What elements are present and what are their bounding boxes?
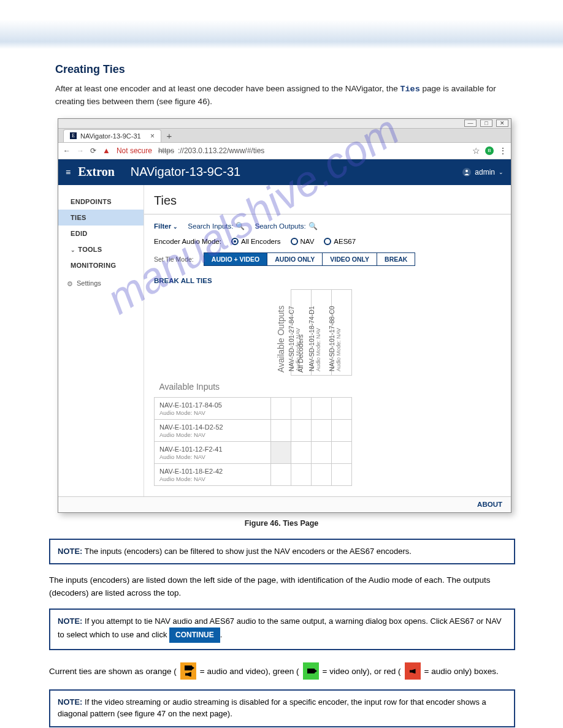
app-header: ≡ Extron NAVigator-13-9C-31 admin ⌄ [58,159,511,185]
input-row: NAV-E-101-12-F2-41Audio Mode: NAV [155,442,271,464]
search-icon: 🔍 [236,222,245,230]
tie-cell[interactable] [332,464,352,486]
tie-cell[interactable] [312,420,332,442]
browser-tab-bar: E NAVigator-13-9C-31 × + [58,129,511,142]
seg-break[interactable]: BREAK [377,253,415,265]
all-decoders-label: All Decoders [297,335,304,373]
tie-cell[interactable] [271,420,291,442]
section-intro: Creating Ties After at least one encoder… [0,49,563,115]
tie-cell[interactable] [271,398,291,420]
sidebar-item-tools[interactable]: ⌄TOOLS [58,241,144,257]
tie-cell[interactable] [332,420,352,442]
tab-title: NAVigator-13-9C-31 [80,132,141,140]
tie-cell[interactable] [312,442,332,464]
input-row: NAV-E-101-14-D2-52Audio Mode: NAV [155,420,271,442]
svg-point-0 [465,170,468,172]
content-area: Ties Filter ⌄ Search Inputs: 🔍 Search Ou… [144,185,511,496]
sidebar-item-endpoints[interactable]: ENDPOINTS [58,194,144,210]
tie-cell[interactable] [271,442,291,464]
note-1: NOTE: The inputs (encoders) can be filte… [49,539,515,565]
sidebar-item-monitoring[interactable]: MONITORING [58,257,144,273]
input-row: NAV-E-101-18-E2-42Audio Mode: NAV [155,464,271,486]
window-caption-bar: — □ ✕ [58,119,511,129]
reload-icon[interactable]: ⟳ [90,146,96,155]
tie-cell[interactable] [291,420,312,442]
chevron-down-icon: ⌄ [173,224,178,230]
tie-cell[interactable] [291,442,312,464]
radio-all-encoders[interactable]: All Encoders [231,238,281,246]
seg-audio-only[interactable]: AUDIO ONLY [267,253,323,265]
new-tab-button[interactable]: + [163,130,176,142]
tie-mode-segments: AUDIO + VIDEO AUDIO ONLY VIDEO ONLY BREA… [204,252,416,266]
body-paragraph: The inputs (encoders) are listed down th… [0,574,563,605]
available-inputs-label: Available Inputs [155,376,271,398]
swatch-audio-video-icon [180,662,196,680]
continue-button[interactable]: CONTINUE [169,628,220,643]
sidebar-settings[interactable]: ⚙ Settings [58,273,144,290]
radio-nav[interactable]: NAV [291,238,315,246]
user-name: admin [475,168,495,176]
page-top-gradient [0,0,563,49]
tie-cell[interactable] [291,464,312,486]
nav-forward-icon[interactable]: → [77,146,84,155]
input-row: NAV-E-101-17-84-05Audio Mode: NAV [155,398,271,420]
extension-icon[interactable]: B [485,146,494,155]
app-title: NAVigator-13-9C-31 [131,165,240,179]
nav-back-icon[interactable]: ← [63,146,71,155]
tie-colors-legend: Current ties are shown as orange ( = aud… [0,660,563,686]
ties-matrix: NAV-SD-101-27-84-C7Audio Mode: NAV NAV-S… [154,289,501,486]
seg-audio-video[interactable]: AUDIO + VIDEO [204,253,267,265]
radio-aes67[interactable]: AES67 [324,238,356,246]
tie-cell[interactable] [312,464,332,486]
filter-dropdown[interactable]: Filter ⌄ [154,222,178,230]
tie-cell[interactable] [271,464,291,486]
encoder-audio-mode-label: Encoder Audio Mode: [154,238,221,245]
gear-icon: ⚙ [67,280,73,286]
hamburger-icon[interactable]: ≡ [66,167,71,177]
maximize-button[interactable]: □ [480,119,492,127]
browser-menu-icon[interactable]: ⋮ [499,146,506,156]
tie-cell[interactable] [312,398,332,420]
browser-tab[interactable]: E NAVigator-13-9C-31 × [63,129,161,142]
set-tie-mode-label: Set Tie Mode: [154,256,194,263]
figure-caption: Figure 46. Ties Page [0,519,563,528]
favicon-icon: E [70,132,77,139]
user-menu[interactable]: admin ⌄ [462,168,504,176]
note-2: NOTE: If you attempt to tie NAV audio an… [49,609,515,650]
url-field[interactable]: https://203.0.113.22/www/#/ties [158,146,466,155]
note-3: NOTE: If the video streaming or audio st… [49,689,515,727]
browser-window: — □ ✕ E NAVigator-13-9C-31 × + ← → ⟳ ▲ N… [58,118,511,513]
search-outputs[interactable]: Search Outputs: 🔍 [255,222,317,230]
minimize-button[interactable]: — [464,119,477,127]
swatch-video-only-icon [303,662,319,680]
bookmark-icon[interactable]: ☆ [472,146,480,156]
close-window-button[interactable]: ✕ [496,119,508,127]
page-title: Ties [154,194,501,208]
section-heading: Creating Ties [55,61,515,78]
swatch-audio-only-icon [405,662,421,680]
tie-cell[interactable] [291,398,312,420]
not-secure-label[interactable]: Not secure [117,146,152,155]
tie-cell[interactable] [332,442,352,464]
app-footer: ABOUT [58,496,511,512]
about-link[interactable]: ABOUT [477,501,502,508]
break-all-ties-link[interactable]: BREAK ALL TIES [154,277,212,284]
tie-cell[interactable] [332,398,352,420]
chevron-down-icon: ⌄ [499,169,504,175]
extron-logo: Extron [78,165,115,179]
intro-paragraph: After at least one encoder and at least … [55,83,515,108]
chevron-down-icon: ⌄ [71,247,75,253]
sidebar: ENDPOINTS TIES EDID ⌄TOOLS MONITORING ⚙ … [58,185,144,496]
sidebar-item-edid[interactable]: EDID [58,226,144,241]
divider [144,214,511,214]
search-icon: 🔍 [308,222,318,230]
available-outputs-label: Available Outputs [276,306,286,373]
search-inputs[interactable]: Search Inputs: 🔍 [188,222,245,230]
address-bar: ← → ⟳ ▲ Not secure https://203.0.113.22/… [58,142,511,159]
warning-icon: ▲ [102,146,110,155]
sidebar-item-ties[interactable]: TIES [58,210,144,226]
user-icon [462,168,471,176]
tab-close-icon[interactable]: × [150,132,155,140]
seg-video-only[interactable]: VIDEO ONLY [323,253,377,265]
